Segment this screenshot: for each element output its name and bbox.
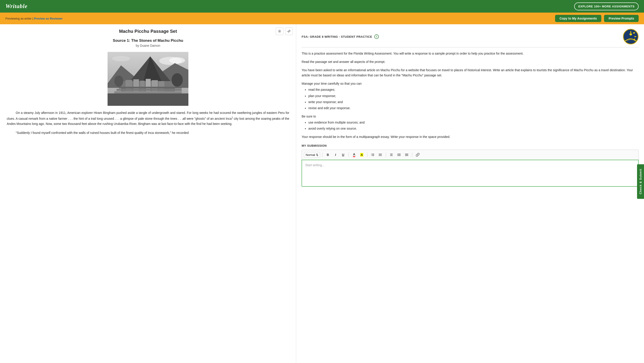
italic-button[interactable]: I (332, 152, 338, 158)
be-sure-section: Be sure to use evidence from multiple so… (302, 114, 638, 131)
submission-section: MY SUBMISSION Normal ⇅ B I U A A (302, 144, 638, 187)
unordered-list-button[interactable] (377, 152, 384, 158)
assignment-header: FSA: GRADE 8 WRITING - STUDENT PRACTICE … (302, 29, 638, 47)
app-logo: Writable (6, 3, 28, 10)
svg-point-19 (172, 73, 183, 87)
svg-rect-16 (116, 89, 182, 91)
svg-marker-44 (398, 154, 398, 155)
be-sure-bullet-1: use evidence from multiple sources; and (308, 120, 638, 125)
svg-rect-20 (108, 94, 188, 106)
source-author: by Duane Damon (7, 44, 289, 47)
prompt-intro1: This is a practice assessment for the Fl… (302, 51, 638, 56)
svg-text:3: 3 (371, 155, 372, 156)
writing-area[interactable]: Start writing... (302, 160, 638, 187)
previewing-as-text: Previewing as writer (6, 17, 32, 20)
svg-rect-15 (119, 87, 182, 89)
toolbar-separator-5 (412, 153, 412, 157)
preview-bar-right: Copy to My Assignments Preview Prompts (555, 15, 638, 22)
format-select-arrow: ⇅ (316, 153, 318, 157)
copy-to-my-assignments-button[interactable]: Copy to My Assignments (555, 15, 602, 22)
svg-point-3 (169, 57, 185, 64)
time-management-section: Manage your time carefully so that you c… (302, 81, 638, 111)
svg-point-4 (112, 56, 130, 61)
expand-icon-button[interactable] (285, 28, 293, 35)
main-content: Machu Picchu Passage Set Source 1: The S… (0, 24, 644, 363)
preview-bar-left: Previewing as writer | Preview as Review… (6, 17, 63, 20)
fsa-logo (623, 29, 638, 45)
passage-toolbar (276, 28, 293, 35)
closing-text: Your response should be in the form of a… (302, 134, 638, 140)
preview-bar: Previewing as writer | Preview as Review… (0, 13, 644, 24)
toolbar-separator-2 (348, 153, 349, 157)
time-bullet-3: write your response; and (308, 100, 638, 105)
svg-point-32 (379, 154, 380, 154)
passage-text: On a steamy July afternoon in 1911, Amer… (7, 110, 289, 136)
preview-as-reviewer-link[interactable]: Preview as Reviewer (34, 17, 63, 20)
paragraph-2: "Suddenly I found myself confronted with… (7, 130, 289, 136)
passage-image (108, 52, 188, 106)
paragraph-1: On a steamy July afternoon in 1911, Amer… (7, 110, 289, 127)
highlight-button[interactable]: A (358, 152, 365, 158)
bold-button[interactable]: B (325, 152, 331, 158)
toolbar-separator-1 (322, 153, 322, 157)
source-title: Source 1: The Stones of Machu Picchu (7, 39, 289, 43)
toolbar-separator-4 (386, 153, 386, 157)
time-bullets-list: read the passages; plan your response; w… (308, 87, 638, 111)
explore-assignments-button[interactable]: EXPLORE 100+ MORE ASSIGNMENTS (574, 3, 638, 10)
assignment-title: FSA: GRADE 8 WRITING - STUDENT PRACTICE (302, 35, 372, 39)
underline-button[interactable]: U (340, 152, 346, 158)
indent-button[interactable] (396, 152, 402, 158)
app-header: Writable EXPLORE 100+ MORE ASSIGNMENTS (0, 0, 644, 13)
info-icon[interactable]: i (374, 34, 379, 39)
text-color-button[interactable]: A (351, 152, 357, 158)
time-bullet-2: plan your response; (308, 94, 638, 99)
svg-point-34 (379, 155, 380, 156)
passage-title: Machu Picchu Passage Set (7, 29, 289, 34)
align-center-button[interactable] (388, 152, 394, 158)
prompt-intro2: Read the passage set and answer all aspe… (302, 59, 638, 65)
left-panel: Machu Picchu Passage Set Source 1: The S… (0, 24, 296, 363)
ordered-list-button[interactable]: 123 (370, 152, 376, 158)
check-submit-button[interactable]: Check & Submit (637, 164, 644, 199)
right-panel: FSA: GRADE 8 WRITING - STUDENT PRACTICE … (296, 24, 644, 363)
rich-text-toolbar: Normal ⇅ B I U A A 123 (302, 150, 638, 160)
time-bullet-1: read the passages; (308, 87, 638, 92)
link-button[interactable] (414, 152, 421, 158)
settings-icon-button[interactable] (276, 28, 284, 35)
svg-point-18 (114, 76, 123, 87)
writing-placeholder: Start writing... (305, 163, 324, 167)
submission-label: MY SUBMISSION (302, 144, 638, 147)
be-sure-bullet-2: avoid overly relying on one source. (308, 126, 638, 131)
svg-marker-48 (405, 154, 406, 155)
separator: | (32, 17, 34, 20)
svg-point-0 (279, 31, 280, 32)
time-bullet-4: revise and edit your response. (308, 106, 638, 111)
preview-prompts-button[interactable]: Preview Prompts (604, 15, 638, 22)
svg-point-33 (379, 155, 380, 155)
assignment-title-row: FSA: GRADE 8 WRITING - STUDENT PRACTICE … (302, 34, 379, 39)
outdent-button[interactable] (404, 152, 410, 158)
main-prompt: You have been asked to write an informat… (302, 68, 638, 78)
svg-rect-17 (114, 91, 182, 94)
be-sure-bullets-list: use evidence from multiple sources; and … (308, 120, 638, 131)
format-select[interactable]: Normal ⇅ (304, 152, 320, 158)
